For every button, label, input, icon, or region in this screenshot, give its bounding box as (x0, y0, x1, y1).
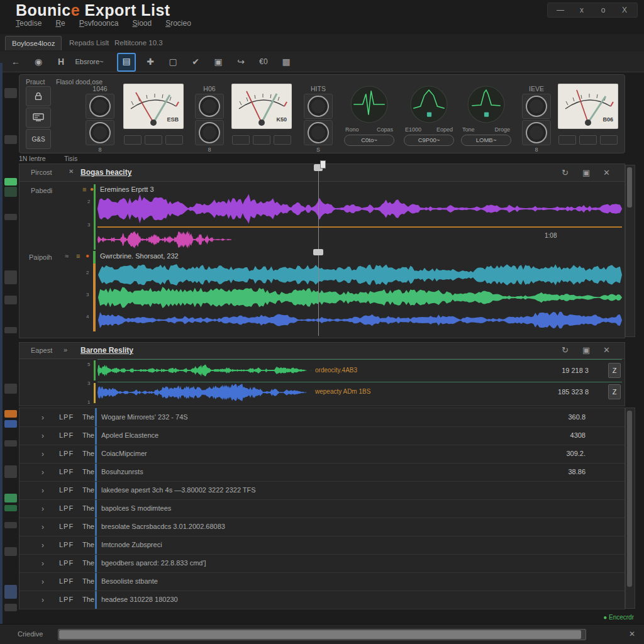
knob[interactable] (522, 94, 551, 119)
strip-item[interactable] (4, 187, 17, 197)
chevron-icon[interactable]: › (42, 431, 44, 440)
list-item[interactable]: ›LPFTheImtcnode Zubspreci (19, 536, 625, 555)
meter-button[interactable] (274, 135, 291, 145)
strip-item[interactable] (4, 440, 17, 447)
tab-reltitcone[interactable]: Reltitcone 10.3 (108, 36, 169, 50)
menu-item-sound[interactable]: Siood (132, 19, 152, 28)
waveform-blue-export[interactable] (97, 383, 311, 402)
waveform-purple[interactable] (97, 192, 622, 226)
grid-icon[interactable]: ▦ (278, 53, 294, 70)
envelope-icon[interactable]: ≡ (82, 186, 86, 193)
knob[interactable] (86, 94, 114, 119)
close-section-icon[interactable]: ✕ (603, 168, 610, 177)
progress-bar[interactable] (58, 629, 586, 640)
menu-item-performance[interactable]: Psvfooonca (79, 19, 119, 28)
strip-item[interactable] (4, 465, 17, 478)
scope-dropdown[interactable]: C0to~ (344, 135, 394, 146)
list-item[interactable]: ›LPFTheBosuhzunrsts38.86 (19, 463, 625, 482)
frame-icon[interactable]: ▣ (210, 53, 226, 70)
knob[interactable] (304, 94, 333, 119)
close-section-icon[interactable]: ✕ (603, 345, 610, 355)
waveform-magenta[interactable] (97, 230, 235, 250)
scrollbar-thumb[interactable] (627, 411, 632, 587)
menu-item-session[interactable]: Srocieo (165, 19, 191, 28)
tab-active[interactable]: Boylose4looz (5, 36, 62, 50)
save-icon[interactable]: ▣ (582, 168, 590, 177)
knob[interactable] (195, 120, 224, 145)
expand-icon[interactable]: » (64, 346, 67, 353)
waveform-green-export[interactable] (97, 360, 311, 380)
waveform-cyan[interactable] (98, 264, 622, 286)
display-button[interactable] (26, 108, 51, 128)
bottom-close-icon[interactable]: ✕ (629, 630, 635, 638)
chevron-icon[interactable]: › (42, 413, 44, 422)
list-item[interactable]: ›LPFTheheadese 310228 180230 (19, 591, 625, 609)
list-item[interactable]: ›LPFTheCoiacMipcimer309.2. (19, 445, 625, 464)
waveform-green[interactable] (98, 286, 622, 309)
track2-title[interactable]: Gwrcbrine. Shorsaot, 232 (100, 252, 179, 260)
chevron-icon[interactable]: › (42, 577, 44, 586)
tool-dropdown[interactable]: Ebsrore~ (72, 53, 106, 70)
menu-item-file[interactable]: Teodise (16, 19, 42, 28)
add-icon[interactable]: ✚ (142, 53, 158, 70)
list-item[interactable]: ›LPFThebapolces S modimtees (19, 499, 625, 518)
strip-item[interactable] (4, 547, 17, 556)
strip-item[interactable] (4, 88, 17, 98)
meter-button[interactable] (558, 135, 576, 145)
chevron-icon[interactable]: › (42, 468, 44, 477)
strip-item[interactable] (4, 135, 17, 144)
minimize-button[interactable]: — (552, 4, 569, 16)
scope-dropdown[interactable]: LOMB~ (461, 135, 511, 146)
knob[interactable] (522, 120, 551, 145)
list-item[interactable]: ›LPFThebresolate Sacrsbacdcs 3.01.2002.6… (19, 518, 625, 536)
meter-button[interactable] (579, 135, 597, 145)
meter-button[interactable] (232, 135, 250, 145)
chevron-icon[interactable]: › (42, 504, 44, 513)
strip-item[interactable] (4, 384, 17, 394)
knob[interactable] (304, 120, 333, 145)
check-icon[interactable]: ✔ (187, 53, 204, 70)
meter-button[interactable] (253, 135, 270, 145)
strip-item[interactable] (4, 604, 17, 611)
refresh-icon[interactable]: ↻ (562, 168, 569, 177)
small-x-icon[interactable]: ✕ (69, 168, 74, 175)
knob[interactable] (195, 94, 224, 119)
tab-repads[interactable]: Repads Lislt (63, 36, 115, 50)
strip-item-green[interactable] (4, 178, 17, 186)
list-item[interactable]: ›LPFThelakedese apesrt 3ch 4s —3.80002 3… (19, 481, 625, 500)
scrollbar-list[interactable] (625, 408, 635, 609)
menu-item-re[interactable]: Re (55, 19, 65, 28)
strip-item[interactable] (4, 327, 17, 333)
scope-dropdown[interactable]: C9P00~ (404, 135, 454, 146)
strip-item[interactable] (4, 270, 17, 284)
scrollbar-thumb[interactable] (627, 167, 632, 208)
strip-item[interactable] (4, 522, 17, 528)
knob[interactable] (86, 120, 114, 145)
chevron-icon[interactable]: › (42, 523, 44, 531)
waveform-blue[interactable] (98, 309, 622, 331)
playhead-flag[interactable] (320, 160, 326, 169)
list-item[interactable]: ›LPFTheBesooliste stbante (19, 572, 625, 591)
chevron-icon[interactable]: › (42, 450, 44, 458)
close-alt-button[interactable]: x (573, 4, 591, 16)
chevron-icon[interactable]: › (42, 559, 44, 568)
record-icon[interactable]: ◉ (30, 53, 47, 70)
redo-icon[interactable]: ↪ (233, 53, 249, 70)
meter-button[interactable] (165, 135, 183, 145)
gs-button[interactable]: G&S (26, 129, 51, 149)
list-item[interactable]: ›LPFTheApoled Elcastence4308 (19, 426, 625, 445)
chevron-icon[interactable]: › (42, 596, 44, 604)
camera-icon[interactable]: ▢ (165, 53, 181, 70)
envelope-icon[interactable]: ≡ (76, 252, 80, 260)
playhead-handle-mid[interactable] (313, 249, 323, 255)
refresh-icon[interactable]: ↻ (562, 345, 569, 355)
lane2-z-button[interactable]: Z (608, 384, 621, 399)
h-tool-icon[interactable]: H (53, 53, 69, 70)
chevron-icon[interactable]: › (42, 541, 44, 550)
scrollbar-mixer[interactable] (625, 165, 635, 337)
strip-item-green[interactable] (4, 494, 17, 502)
lock-button[interactable] (26, 86, 51, 106)
meter-button[interactable] (600, 135, 618, 145)
strip-item[interactable] (4, 214, 17, 220)
meter-button[interactable] (145, 135, 162, 145)
